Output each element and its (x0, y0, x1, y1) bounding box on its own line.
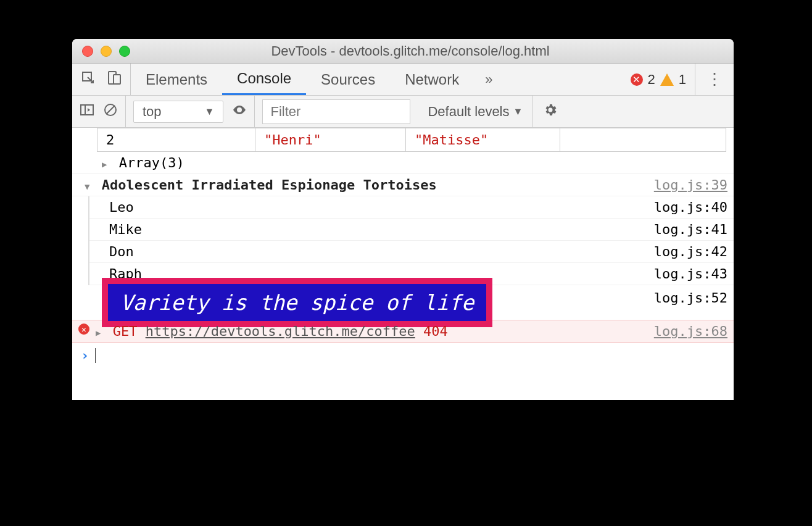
array-preview-row[interactable]: Array(3) (72, 152, 734, 174)
error-icon: ✕ (78, 324, 89, 335)
source-link[interactable]: log.js:41 (654, 222, 727, 237)
devtools-window: DevTools - devtools.glitch.me/console/lo… (72, 39, 734, 400)
maximize-button[interactable] (119, 46, 130, 57)
table-cell-first: "Henri" (255, 128, 406, 151)
log-text: Leo (109, 199, 654, 215)
chevron-down-icon: ▼ (513, 106, 523, 117)
source-link[interactable]: log.js:52 (654, 290, 727, 315)
source-link[interactable]: log.js:43 (654, 266, 727, 282)
console-prompt[interactable]: › (72, 343, 734, 400)
console-output: 2 "Henri" "Matisse" Array(3) Adolescent … (72, 128, 734, 400)
expand-arrow-icon[interactable] (102, 155, 107, 170)
sidebar-toggle-icon[interactable] (80, 102, 94, 121)
kebab-menu-button[interactable]: ⋮ (695, 70, 734, 89)
context-value: top (143, 104, 162, 120)
expand-arrow-icon[interactable] (96, 324, 101, 339)
more-tabs-button[interactable]: » (474, 72, 500, 88)
table-cell-index: 2 (97, 128, 255, 151)
tab-elements[interactable]: Elements (131, 64, 222, 95)
source-link[interactable]: log.js:40 (654, 199, 727, 215)
source-link[interactable]: log.js:39 (647, 177, 727, 193)
group-title: Adolescent Irradiated Espionage Tortoise… (102, 177, 437, 193)
log-levels-selector[interactable]: Default levels ▼ (418, 104, 532, 120)
source-link[interactable]: log.js:68 (647, 324, 727, 339)
prompt-arrow-icon: › (81, 348, 89, 363)
chevron-down-icon: ▼ (205, 106, 215, 117)
warning-badge-icon[interactable] (660, 73, 674, 86)
tab-console[interactable]: Console (222, 64, 306, 95)
log-text: Mike (109, 222, 654, 237)
console-group-header[interactable]: Adolescent Irradiated Espionage Tortoise… (72, 174, 734, 196)
svg-point-8 (238, 109, 241, 111)
context-selector[interactable]: top ▼ (133, 101, 223, 123)
svg-rect-3 (81, 105, 93, 115)
inspect-icon[interactable] (81, 70, 96, 89)
clear-console-icon[interactable] (103, 102, 118, 121)
svg-line-7 (106, 106, 115, 114)
tab-network[interactable]: Network (390, 64, 474, 95)
error-method: GET (113, 324, 138, 339)
log-entry: Mike log.js:41 (89, 219, 734, 241)
log-entry: Leo log.js:40 (89, 196, 734, 219)
svg-marker-5 (88, 108, 90, 112)
text-caret (95, 348, 96, 363)
window-controls (72, 46, 130, 57)
main-toolbar: Elements Console Sources Network » ✕ 2 1… (72, 64, 734, 96)
error-url[interactable]: https://devtools.glitch.me/coffee (146, 324, 415, 339)
error-count: 2 (648, 72, 655, 88)
collapse-arrow-icon[interactable] (85, 177, 89, 193)
levels-label: Default levels (428, 104, 509, 120)
minimize-button[interactable] (101, 46, 112, 57)
warning-count: 1 (679, 72, 686, 88)
styled-log-message: Variety is the spice of life (102, 278, 492, 327)
error-status: 404 (423, 324, 448, 339)
table-cell-last: "Matisse" (406, 128, 560, 151)
window-title: DevTools - devtools.glitch.me/console/lo… (130, 43, 734, 59)
log-text: Don (109, 244, 654, 259)
log-entry: Don log.js:42 (89, 241, 734, 263)
eye-icon[interactable] (232, 102, 247, 121)
source-link[interactable]: log.js:42 (654, 244, 727, 259)
filter-input[interactable] (262, 99, 410, 124)
table-row: 2 "Henri" "Matisse" (97, 128, 726, 152)
close-button[interactable] (82, 46, 93, 57)
tab-sources[interactable]: Sources (306, 64, 390, 95)
console-filterbar: top ▼ Default levels ▼ (72, 96, 734, 128)
table-cell-empty (560, 128, 711, 151)
array-preview-text: Array(3) (119, 155, 184, 170)
device-toggle-icon[interactable] (107, 70, 122, 89)
styled-log-row: Variety is the spice of life log.js:52 (72, 285, 734, 320)
settings-icon[interactable] (543, 102, 558, 121)
svg-rect-2 (114, 75, 120, 84)
titlebar: DevTools - devtools.glitch.me/console/lo… (72, 39, 734, 64)
console-group-body: Leo log.js:40 Mike log.js:41 Don log.js:… (88, 196, 734, 285)
error-badge-icon[interactable]: ✕ (631, 73, 643, 86)
error-log-row[interactable]: ✕ GET https://devtools.glitch.me/coffee … (72, 320, 734, 343)
